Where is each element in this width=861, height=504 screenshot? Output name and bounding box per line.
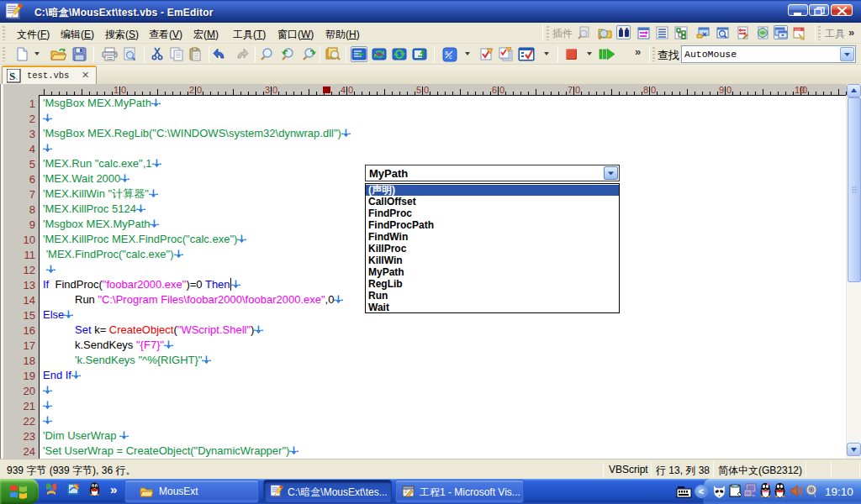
svg-text:123: 123 [795, 28, 800, 32]
svg-text:a: a [445, 50, 448, 55]
